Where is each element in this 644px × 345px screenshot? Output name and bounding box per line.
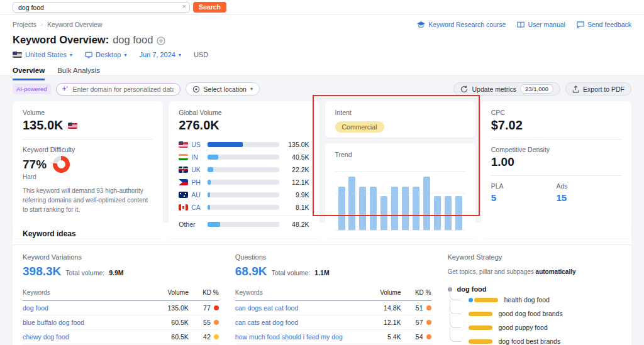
pillar-bar-icon <box>469 298 498 302</box>
kd-value: 51 <box>416 304 423 312</box>
search-field-wrap: × <box>13 1 190 13</box>
kd-value: 54 <box>416 333 423 341</box>
breadcrumb-projects[interactable]: Projects <box>13 21 36 28</box>
total-volume-value: 9.9M <box>109 269 123 277</box>
update-metrics-button[interactable]: Update metrics 23/1,000 <box>453 82 560 96</box>
country-label[interactable]: IN <box>191 153 198 161</box>
search-button[interactable]: Search <box>193 2 226 13</box>
volume-cell: 60.5K <box>152 333 189 341</box>
domain-input[interactable] <box>56 83 180 96</box>
child-node-label: good dog food brands <box>499 310 563 317</box>
root-node-label: dog food <box>457 285 487 293</box>
keyword-link[interactable]: blue buffalo dog food <box>23 319 152 326</box>
kd-cell: 57 <box>401 319 431 326</box>
device-filter[interactable]: Desktop ▾ <box>85 51 126 58</box>
country-volume-value: 22.2K <box>279 166 309 173</box>
table-header: Keywords Volume KD % <box>235 289 431 301</box>
search-input[interactable] <box>13 2 190 13</box>
country-label[interactable]: PH <box>191 178 201 186</box>
country-volume-value: 9.9K <box>279 191 309 199</box>
location-target-icon <box>192 85 200 93</box>
volume-bar-track <box>208 167 279 172</box>
trend-bar <box>434 196 441 230</box>
country-cell: UK <box>179 166 208 173</box>
keyword-ideas-section: Keyword ideas Keyword Variations 398.3K … <box>13 222 631 345</box>
country-label[interactable]: CA <box>191 204 201 211</box>
pillar-bar-icon <box>469 326 492 330</box>
global-volume-row: IN40.5K <box>179 151 309 163</box>
table-row: chewy dog food60.5K42 <box>23 330 219 344</box>
questions-count[interactable]: 68.9K <box>235 265 267 278</box>
kd-value: 77 <box>203 304 211 312</box>
ai-powered-badge: AI-powered <box>13 84 51 94</box>
intent-label: Intent <box>335 109 465 116</box>
device-filter-label: Desktop <box>96 51 121 58</box>
country-label[interactable]: US <box>191 141 201 148</box>
pla-value[interactable]: 5 <box>491 192 557 203</box>
total-volume-label: Total volume: <box>65 269 104 277</box>
trend-bar <box>380 196 387 230</box>
total-volume-value: 1.1M <box>314 269 329 277</box>
divider <box>179 216 309 216</box>
keyword-link[interactable]: chewy dog food <box>23 333 152 341</box>
au-flag-icon <box>179 192 188 198</box>
keyword-strategy-label: Keyword Strategy <box>448 253 621 261</box>
tab-bulk-analysis[interactable]: Bulk Analysis <box>57 67 100 80</box>
keyword-link[interactable]: dog food <box>23 304 152 312</box>
clear-search-icon[interactable]: × <box>182 2 186 11</box>
keyword-difficulty-value: 77% <box>23 158 47 172</box>
country-volume-value: 12.1K <box>279 178 309 186</box>
keyword-variations-label: Keyword Variations <box>23 253 219 261</box>
date-filter[interactable]: Jun 7, 2024 ▾ <box>139 51 181 58</box>
pillar-bar-icon <box>469 339 492 344</box>
intent-commercial-badge: Commercial <box>335 121 384 133</box>
volume-bar-fill <box>208 167 213 172</box>
us-flag-icon <box>68 123 77 129</box>
chevron-down-icon: ▾ <box>124 52 126 58</box>
global-volume-row: CA8.1K <box>179 201 309 214</box>
table-row: can dogs eat cat food14.8K51 <box>235 301 431 315</box>
user-manual-link[interactable]: User manual <box>517 21 565 28</box>
country-label[interactable]: AU <box>191 191 201 199</box>
strategy-child-node: good puppy food <box>450 320 621 334</box>
divider <box>23 139 153 140</box>
country-volume-value: 48.2K <box>279 221 309 228</box>
country-filter[interactable]: United States ▾ <box>13 51 72 58</box>
keyword-link[interactable]: how much food should i feed my dog <box>235 333 365 341</box>
variations-count[interactable]: 398.3K <box>23 265 61 278</box>
select-location-label: Select location <box>204 85 247 93</box>
kd-cell: 77 <box>189 304 219 312</box>
keyword-research-course-link[interactable]: Keyword Research course <box>417 21 506 28</box>
competitive-density-value: 1.00 <box>491 155 514 169</box>
ads-value[interactable]: 15 <box>556 192 621 203</box>
trend-bar-chart <box>335 165 465 231</box>
keyword-overview-page: × Search Projects › Keyword Overview Key… <box>0 0 644 345</box>
global-volume-row: Other48.2K <box>179 218 309 231</box>
send-feedback-link[interactable]: Send feedback <box>577 21 631 28</box>
table-row: dog food135.0K77 <box>23 301 219 315</box>
page-title-keyword: dog food <box>113 34 153 46</box>
export-pdf-button[interactable]: Export to PDF <box>565 82 631 96</box>
questions-table: can dogs eat cat food14.8K51can cats eat… <box>235 301 431 345</box>
trend-bar <box>348 177 355 230</box>
select-location-button[interactable]: Select location ▾ <box>186 82 260 96</box>
volume-bar-fill <box>208 142 242 147</box>
strategy-child-node: good dog food brands <box>450 307 621 320</box>
kd-dot-icon <box>426 320 431 325</box>
export-pdf-label: Export to PDF <box>583 85 625 93</box>
volume-card: Volume 135.0K Keyword Difficulty 77% Har… <box>13 101 163 238</box>
trend-bar <box>402 187 409 230</box>
total-volume-label: Total volume: <box>271 269 310 277</box>
keyword-link[interactable]: can cats eat dog food <box>235 319 365 326</box>
country-label[interactable]: UK <box>191 166 201 173</box>
tab-overview[interactable]: Overview <box>13 67 45 80</box>
table-header: Keywords Volume KD % <box>23 289 219 301</box>
keyword-difficulty-label: Keyword Difficulty <box>23 146 153 153</box>
keyword-strategy-column: Keyword Strategy Get topics, pillar and … <box>448 253 621 345</box>
keyword-link[interactable]: can dogs eat cat food <box>235 304 365 312</box>
ph-flag-icon <box>179 179 188 185</box>
date-filter-label: Jun 7, 2024 <box>139 51 175 58</box>
trend-bar <box>391 187 398 230</box>
add-keyword-icon[interactable] <box>157 36 165 45</box>
sparkle-plus-icon <box>62 85 69 92</box>
